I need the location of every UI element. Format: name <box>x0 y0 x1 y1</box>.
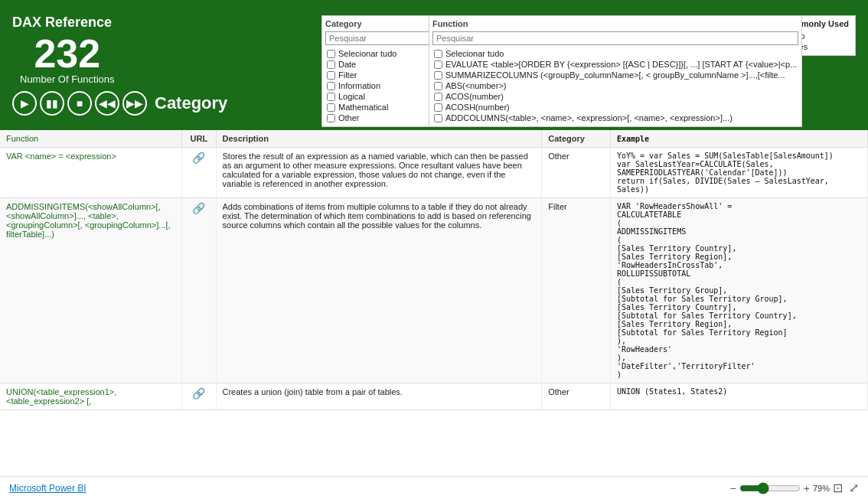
cell-example-var: YoY% = var Sales = SUM(SalesTable[SalesA… <box>610 148 867 198</box>
cell-example-addmissing: VAR 'RowHeadersShowAll' = CALCULATETABLE… <box>610 198 867 383</box>
count-label: Number Of Functions <box>20 73 115 85</box>
cat-label-logical: Logical <box>338 92 365 101</box>
prev-button[interactable]: ◀◀ <box>95 91 119 116</box>
zoom-in-button[interactable]: + <box>804 482 810 494</box>
cat-item-logical: Logical <box>325 91 439 102</box>
cat-label-other: Other <box>338 113 360 122</box>
cat-label-filter: Filter <box>338 70 357 80</box>
cat-item-mathematical: Mathematical <box>325 102 439 113</box>
fn-item-acosh: ACOSH(number) <box>432 102 798 113</box>
cat-label-all: Selecionar tudo <box>338 49 396 58</box>
function-panel-title: Function <box>432 19 798 28</box>
fn-label-acosh: ACOSH(number) <box>445 103 510 112</box>
col-header-category: Category <box>542 130 611 148</box>
cat-item-all: Selecionar tudo <box>325 48 439 59</box>
pause-button[interactable]: ▮▮ <box>40 91 64 116</box>
cat-item-filter: Filter <box>325 70 439 80</box>
count-number: 232 <box>34 34 100 73</box>
cat-label-information: Information <box>338 81 380 90</box>
table-row: VAR <name> = <expression> 🔗 Stores the r… <box>0 148 868 198</box>
cell-desc-union: Creates a union (join) table from a pair… <box>216 383 542 410</box>
fn-label-abs: ABS(<number>) <box>445 81 506 90</box>
cell-desc-var: Stores the result of an expression as a … <box>216 148 542 198</box>
category-search-input[interactable] <box>325 31 439 45</box>
cell-function-union: UNION(<table_expression1>, <table_expres… <box>0 383 182 410</box>
cat-checkbox-information[interactable] <box>327 82 335 90</box>
table-row: ADDMISSINGITEMS(<showAllColumn>[, <showA… <box>0 198 868 383</box>
fn-item-abs: ABS(<number>) <box>432 80 798 91</box>
category-panel: Category Selecionar tudo Date Filter Inf… <box>321 15 442 127</box>
cat-checkbox-other[interactable] <box>327 114 335 122</box>
col-header-function: Function <box>0 130 182 148</box>
cell-example-union: UNION (States1, States2) <box>610 383 867 410</box>
expand-button[interactable]: ⤢ <box>849 481 859 495</box>
cell-category-addmissing: Filter <box>542 198 611 383</box>
next-button[interactable]: ▶▶ <box>122 91 147 116</box>
table-row: UNION(<table_expression1>, <table_expres… <box>0 383 868 410</box>
fn-item-summarize: SUMMARIZECOLUMNS (<groupBy_columnName>[,… <box>432 70 798 80</box>
functions-table: Function URL Description Category Exampl… <box>0 130 868 410</box>
fn-checkbox-acosh[interactable] <box>434 103 442 112</box>
link-icon[interactable]: 🔗 <box>192 152 205 164</box>
col-header-description: Description <box>216 130 542 148</box>
main-content: Function URL Description Category Exampl… <box>0 130 868 476</box>
fn-checkbox-all[interactable] <box>434 50 442 58</box>
fn-item-addcolumns: ADDCOLUMNS(<table>, <name>, <expression>… <box>432 113 798 123</box>
count-container: 232 Number Of Functions <box>20 34 115 85</box>
zoom-slider[interactable] <box>739 482 801 494</box>
zoom-controls: − + 79% ⊡ ⤢ <box>730 481 859 495</box>
cat-checkbox-mathematical[interactable] <box>327 103 335 112</box>
cat-checkbox-logical[interactable] <box>327 93 335 101</box>
cat-item-date: Date <box>325 59 439 70</box>
cat-checkbox-all[interactable] <box>327 50 335 58</box>
fn-checkbox-evaluate[interactable] <box>434 60 442 69</box>
cell-category-var: Other <box>542 148 611 198</box>
category-panel-title: Category <box>325 19 439 28</box>
fit-page-button[interactable]: ⊡ <box>833 481 843 495</box>
cat-checkbox-date[interactable] <box>327 60 335 69</box>
fn-item-acos: ACOS(number) <box>432 91 798 102</box>
category-label: Category <box>155 93 227 113</box>
link-icon[interactable]: 🔗 <box>192 387 205 400</box>
header-title-section: DAX Reference 232 Number Of Functions ▶ … <box>12 15 227 116</box>
fn-label-acos: ACOS(number) <box>445 92 504 101</box>
cell-category-union: Other <box>542 383 611 410</box>
fn-checkbox-abs[interactable] <box>434 82 442 90</box>
cat-label-mathematical: Mathematical <box>338 103 388 112</box>
cell-url-addmissing[interactable]: 🔗 <box>182 198 216 383</box>
cell-url-var[interactable]: 🔗 <box>182 148 216 198</box>
fn-label-summarize: SUMMARIZECOLUMNS (<groupBy_columnName>[,… <box>445 70 785 80</box>
function-panel: Function Selecionar tudo EVALUATE <table… <box>429 15 802 127</box>
cell-url-union[interactable]: 🔗 <box>182 383 216 410</box>
powerbi-link[interactable]: Microsoft Power BI <box>9 483 86 494</box>
fn-label-addcolumns: ADDCOLUMNS(<table>, <name>, <expression>… <box>445 113 733 122</box>
function-search-input[interactable] <box>432 31 798 45</box>
play-button[interactable]: ▶ <box>12 91 37 116</box>
col-header-url: URL <box>182 130 216 148</box>
app-header: DAX Reference 232 Number Of Functions ▶ … <box>0 0 868 130</box>
fn-label-all: Selecionar tudo <box>445 49 504 58</box>
cat-item-other: Other <box>325 113 439 123</box>
zoom-out-button[interactable]: − <box>730 482 736 494</box>
table-header-row: Function URL Description Category Exampl… <box>0 130 868 148</box>
controls-row: ▶ ▮▮ ■ ◀◀ ▶▶ Category <box>12 91 227 116</box>
zoom-value: 79% <box>813 484 830 493</box>
col-header-example: Example <box>610 130 867 148</box>
fn-checkbox-addcolumns[interactable] <box>434 114 442 122</box>
bottom-bar: Microsoft Power BI − + 79% ⊡ ⤢ <box>0 476 868 499</box>
bottom-icons: ⊡ ⤢ <box>833 481 859 495</box>
app-title: DAX Reference <box>12 15 112 31</box>
cell-desc-addmissing: Adds combinations of items from multiple… <box>216 198 542 383</box>
cat-checkbox-filter[interactable] <box>327 71 335 80</box>
cat-label-date: Date <box>338 60 356 69</box>
stop-button[interactable]: ■ <box>67 91 92 116</box>
cell-function-addmissing: ADDMISSINGITEMS(<showAllColumn>[, <showA… <box>0 198 182 383</box>
fn-checkbox-acos[interactable] <box>434 93 442 101</box>
fn-item-evaluate: EVALUATE <table>[ORDER BY {<expression> … <box>432 59 798 70</box>
link-icon[interactable]: 🔗 <box>192 202 205 214</box>
fn-checkbox-summarize[interactable] <box>434 71 442 80</box>
cell-function-var: VAR <name> = <expression> <box>0 148 182 198</box>
fn-label-evaluate: EVALUATE <table>[ORDER BY {<expression> … <box>445 60 797 69</box>
fn-item-all: Selecionar tudo <box>432 48 798 59</box>
cat-item-information: Information <box>325 80 439 91</box>
